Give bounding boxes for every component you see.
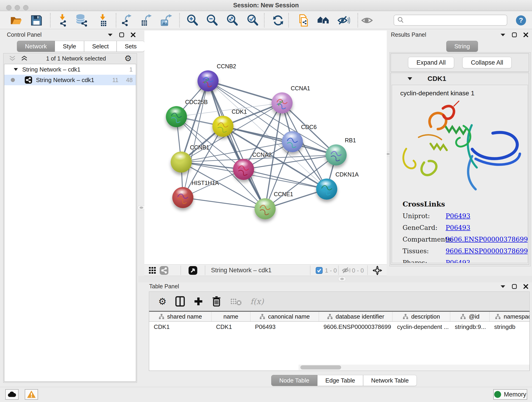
import-table-file-button[interactable]	[95, 13, 109, 27]
table-cell[interactable]: cyclin-dependent ...	[393, 322, 450, 332]
network-edge-cdk1-rb1[interactable]	[223, 126, 336, 155]
grid-view-icon[interactable]	[148, 267, 156, 275]
delete-column-icon[interactable]	[212, 296, 221, 307]
column-header-name[interactable]: name	[211, 312, 250, 321]
scrollbar-thumb[interactable]	[300, 365, 341, 370]
zoom-out-button[interactable]	[205, 13, 219, 27]
network-edge-ccnb2-ccne1[interactable]	[208, 81, 265, 209]
zoom-window-button[interactable]	[23, 5, 28, 10]
table-row[interactable]: CDK1CDK1P064939606.ENSP00000378699cyclin…	[149, 322, 530, 332]
gene-expander-icon[interactable]	[407, 77, 412, 80]
memory-button[interactable]: Memory	[493, 389, 527, 400]
collapse-all-icon[interactable]	[9, 56, 16, 61]
panel-menu-icon[interactable]	[500, 32, 506, 38]
network-node-ccne1[interactable]	[254, 198, 276, 219]
hidden-eye-slash-icon[interactable]	[341, 267, 351, 275]
import-network-file-button[interactable]	[55, 13, 69, 27]
search-input[interactable]	[406, 17, 503, 24]
network-canvas[interactable]: CCNB2CCNA1CDC25BCDK1CDC6RB1CCNB1CCNA2CDK…	[144, 31, 387, 264]
network-node-ccna1[interactable]	[272, 92, 293, 114]
save-session-button[interactable]	[29, 13, 43, 27]
network-node-hist1h1a[interactable]	[172, 187, 193, 208]
function-builder-button[interactable]: f(x)	[250, 297, 264, 306]
show-hidden-button[interactable]	[360, 13, 374, 27]
warnings-button[interactable]	[25, 389, 38, 400]
column-header-sharedname[interactable]: shared name	[149, 312, 211, 321]
tab-network-table[interactable]: Network Table	[363, 375, 417, 386]
crosslink-link[interactable]: 9606.ENSP00000378699	[446, 236, 528, 243]
network-collection-row[interactable]: String Network – cdk1 1	[4, 64, 136, 75]
show-all-networks-button[interactable]	[317, 13, 330, 27]
show-columns-icon[interactable]	[175, 296, 185, 307]
table-cell[interactable]: stringdb	[490, 322, 530, 332]
network-node-cdc6[interactable]	[282, 131, 303, 152]
export-network-button[interactable]	[119, 13, 133, 27]
column-header-databaseidentifier[interactable]: database identifier	[319, 312, 393, 321]
network-node-ccna2[interactable]	[233, 159, 254, 180]
tab-style[interactable]: Style	[55, 41, 84, 52]
open-in-new-window-icon[interactable]	[188, 266, 197, 276]
network-node-cdkn1a[interactable]	[316, 179, 337, 200]
panel-menu-icon[interactable]	[500, 283, 506, 289]
selected-checkbox-icon[interactable]	[316, 267, 323, 275]
panel-float-icon[interactable]	[511, 32, 517, 38]
crosslink-link[interactable]: P06493	[446, 212, 470, 220]
help-button[interactable]: ?	[514, 13, 528, 27]
table-cell[interactable]: CDK1	[149, 322, 211, 332]
hide-selected-button[interactable]	[336, 13, 350, 27]
zoom-in-button[interactable]	[186, 13, 199, 27]
table-cell[interactable]: CDK1	[211, 322, 250, 332]
network-edge-hist1h1a-ccne1[interactable]	[183, 198, 265, 209]
export-image-button[interactable]	[159, 13, 173, 27]
network-options-gear-icon[interactable]: ⚙	[124, 54, 132, 63]
zoom-fit-button[interactable]	[225, 13, 239, 27]
tab-node-table[interactable]: Node Table	[271, 375, 317, 386]
panel-close-icon[interactable]	[523, 32, 529, 38]
panel-close-icon[interactable]	[523, 283, 529, 289]
expand-all-button[interactable]: Expand All	[408, 57, 454, 68]
table-cell[interactable]: 9606.ENSP00000378699	[319, 322, 393, 332]
panel-float-icon[interactable]	[119, 32, 125, 38]
column-header-id[interactable]: @id	[450, 312, 490, 321]
network-node-ccnb2[interactable]	[197, 70, 219, 91]
horizontal-splitter-handle[interactable]	[338, 277, 346, 281]
import-network-database-button[interactable]	[75, 13, 88, 27]
gene-section-header[interactable]: CDK1	[391, 73, 529, 84]
panel-close-icon[interactable]	[130, 32, 136, 38]
panel-menu-icon[interactable]	[107, 32, 113, 38]
tab-edge-table[interactable]: Edge Table	[317, 375, 363, 386]
network-node-cdc25b[interactable]	[166, 106, 187, 127]
column-header-description[interactable]: description	[393, 312, 450, 321]
delete-table-icon[interactable]	[230, 297, 242, 306]
panel-float-icon[interactable]	[511, 283, 517, 289]
crosslink-link[interactable]: P06493	[446, 259, 470, 263]
network-node-ccnb1[interactable]	[171, 152, 192, 172]
tab-sets[interactable]: Sets	[117, 41, 145, 52]
network-node-rb1[interactable]	[326, 144, 347, 166]
tab-select[interactable]: Select	[84, 41, 117, 52]
left-splitter-handle[interactable]	[138, 205, 145, 210]
minimize-window-button[interactable]	[15, 5, 20, 10]
expand-all-icon[interactable]	[21, 56, 28, 61]
cloud-status-button[interactable]	[5, 389, 19, 400]
tab-network[interactable]: Network	[17, 41, 55, 52]
crosslink-link[interactable]: P06493	[446, 224, 470, 231]
table-horizontal-scrollbar[interactable]	[298, 365, 530, 370]
table-cell[interactable]: stringdb:9...	[450, 322, 490, 332]
column-header-namespace[interactable]: namespace	[490, 312, 530, 321]
tab-string[interactable]: String	[446, 41, 478, 52]
apply-layout-button[interactable]	[271, 13, 285, 27]
birds-eye-view-icon[interactable]	[373, 266, 382, 276]
network-row[interactable]: String Network – cdk1 11 48	[4, 75, 136, 85]
table-options-gear-icon[interactable]: ⚙	[158, 296, 167, 307]
open-session-button[interactable]	[9, 13, 23, 27]
close-window-button[interactable]	[6, 5, 12, 10]
network-view-share-icon[interactable]	[159, 266, 169, 276]
duplicate-network-button[interactable]	[296, 13, 310, 27]
crosslink-link[interactable]: 9606.ENSP00000378699	[446, 247, 528, 255]
collection-expander-icon[interactable]	[13, 68, 18, 71]
collapse-all-button[interactable]: Collapse All	[462, 57, 512, 68]
network-node-cdk1[interactable]	[212, 116, 234, 137]
add-column-icon[interactable]	[194, 297, 203, 306]
network-edge-ccnb2-ccna1[interactable]	[208, 81, 282, 103]
